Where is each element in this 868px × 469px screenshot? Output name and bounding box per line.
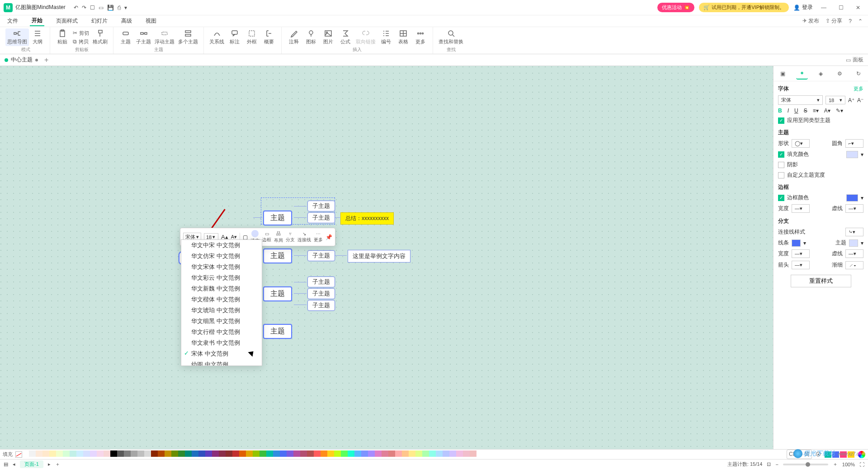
rp-tab-style-icon[interactable]: ✦ (796, 68, 808, 80)
format-painter-button[interactable]: 格式刷 (91, 28, 109, 46)
color-swatch[interactable] (144, 450, 151, 457)
find-replace-button[interactable]: 查找和替换 (437, 28, 465, 46)
subtopic-node[interactable]: 子主题 (307, 288, 335, 299)
more-button[interactable]: ⋯更多 (314, 231, 323, 243)
page-next-icon[interactable]: ▸ (48, 461, 51, 467)
connector-button[interactable]: ↘连接线 (297, 231, 311, 243)
color-swatch[interactable] (70, 450, 76, 457)
eyedropper-icon[interactable]: ⦿ (816, 451, 821, 458)
color-swatch[interactable] (232, 450, 239, 457)
color-swatch[interactable] (246, 450, 253, 457)
border-width-select[interactable]: —▾ (792, 204, 810, 213)
sb-outline-icon[interactable]: ▤ (4, 461, 8, 467)
color-swatch[interactable] (456, 450, 463, 457)
color-swatch[interactable] (212, 450, 219, 457)
subtopic-button[interactable]: 子主题 (134, 28, 153, 46)
collapse-ribbon-icon[interactable]: ⌃ (858, 18, 863, 24)
color-swatch[interactable] (395, 450, 402, 457)
relation-button[interactable]: 关系线 (208, 28, 226, 46)
menu-pagestyle[interactable]: 页面样式 (54, 16, 80, 26)
color-swatch[interactable] (273, 450, 280, 457)
color-swatch[interactable] (348, 450, 354, 457)
font-option[interactable]: 幼圆 中文范例 (181, 359, 262, 366)
color-swatch[interactable] (354, 450, 361, 457)
canvas[interactable]: 主题 子主题 子主题 总结：xxxxxxxxxx 主题 子主题 这里是举例文字内… (0, 66, 773, 449)
color-swatch[interactable] (226, 450, 232, 457)
font-option[interactable]: 华文仿宋 中文范例 (181, 251, 262, 262)
color-swatch[interactable] (131, 450, 137, 457)
color-swatch[interactable] (409, 450, 415, 457)
new-icon[interactable]: ☐ (90, 5, 95, 11)
color-swatch[interactable] (198, 450, 205, 457)
more-link[interactable]: 更多 (854, 85, 863, 92)
connector-style-select[interactable]: ⤷▾ (845, 228, 863, 236)
new-tab-button[interactable]: + (44, 56, 48, 64)
color-swatch[interactable] (327, 450, 334, 457)
boundary-button[interactable]: 外框 (243, 28, 260, 46)
topic-color-swatch[interactable] (849, 239, 858, 247)
page-tab[interactable]: 页面-1 (20, 460, 43, 468)
open-icon[interactable]: ▭ (99, 5, 104, 11)
publish-button[interactable]: ✈ 发布 (802, 17, 819, 25)
color-swatch[interactable] (293, 450, 300, 457)
undo-icon[interactable]: ↶ (74, 5, 78, 11)
font-grow-icon[interactable]: A⁺ (848, 97, 854, 103)
color-swatch[interactable] (117, 450, 124, 457)
color-swatch[interactable] (178, 450, 185, 457)
help-icon[interactable]: ? (849, 18, 852, 24)
radius-select[interactable]: ⌐▾ (845, 139, 863, 148)
color-swatch[interactable] (422, 450, 429, 457)
close-icon[interactable]: ✕ (852, 3, 864, 12)
color-swatch[interactable] (321, 450, 327, 457)
color-swatch[interactable] (314, 450, 321, 457)
more-insert-button[interactable]: 更多 (412, 28, 429, 46)
image-button[interactable]: 图片 (320, 28, 337, 46)
color-swatch[interactable] (402, 450, 409, 457)
zoom-in-icon[interactable]: ＋ (833, 461, 838, 468)
note-button[interactable]: 注释 (285, 28, 302, 46)
color-swatch[interactable] (443, 450, 449, 457)
color-swatch[interactable] (124, 450, 131, 457)
font-option[interactable]: 华文琥珀 中文范例 (181, 305, 262, 316)
menu-file[interactable]: 文件 (5, 16, 20, 26)
apply-same-checkbox[interactable]: ✓ (778, 117, 784, 124)
save-icon[interactable]: 💾 (107, 5, 114, 11)
bold-icon[interactable]: B (778, 108, 782, 114)
color-swatch[interactable] (368, 450, 375, 457)
border-button[interactable]: ▭边框 (262, 231, 271, 243)
color-swatch[interactable] (280, 450, 287, 457)
color-swatch[interactable] (171, 450, 178, 457)
iconset-button[interactable]: 图标 (302, 28, 320, 46)
color-swatch[interactable] (83, 450, 90, 457)
font-option[interactable]: 华文新魏 中文范例 (181, 283, 262, 294)
ime-indicator[interactable]: CH ⊘ 简 (787, 450, 812, 459)
font-size-select[interactable]: 18▾ (826, 96, 845, 104)
multi-topic-button[interactable]: 多个主题 (176, 28, 200, 46)
color-swatch[interactable] (97, 450, 104, 457)
border-color-swatch[interactable] (846, 194, 858, 202)
color-swatch[interactable] (253, 450, 259, 457)
shadow-checkbox[interactable]: ✓ (778, 162, 784, 168)
rp-tab-settings-icon[interactable]: ⚙ (834, 68, 845, 80)
subtopic-node[interactable]: 子主题 (307, 212, 335, 223)
panel-toggle[interactable]: ▭ 面板 (846, 56, 863, 64)
font-option[interactable]: 华文彩云 中文范例 (181, 272, 262, 283)
maximize-icon[interactable]: ☐ (835, 3, 847, 12)
doc-tab[interactable]: 中心主题 (5, 56, 38, 64)
menu-advanced[interactable]: 高级 (119, 16, 134, 26)
topic-button[interactable]: 主题 (117, 28, 134, 46)
color-swatch[interactable] (266, 450, 273, 457)
branch-dash-select[interactable]: —▾ (845, 249, 863, 258)
rp-tab-outline-icon[interactable]: ▣ (777, 68, 789, 80)
color-swatch[interactable] (300, 450, 307, 457)
subtopic-node[interactable]: 子主题 (307, 300, 335, 311)
color-swatch[interactable] (76, 450, 83, 457)
color-swatch[interactable] (22, 450, 29, 457)
fit-icon[interactable]: ⊡ (767, 461, 771, 467)
color-swatch[interactable] (192, 450, 198, 457)
zoom-slider[interactable] (783, 464, 828, 465)
color-swatch[interactable] (185, 450, 192, 457)
user-icon[interactable]: 👤登录 (793, 4, 813, 11)
color-swatch[interactable] (56, 450, 63, 457)
promo-badge[interactable]: 优惠活动💥 (657, 3, 694, 12)
